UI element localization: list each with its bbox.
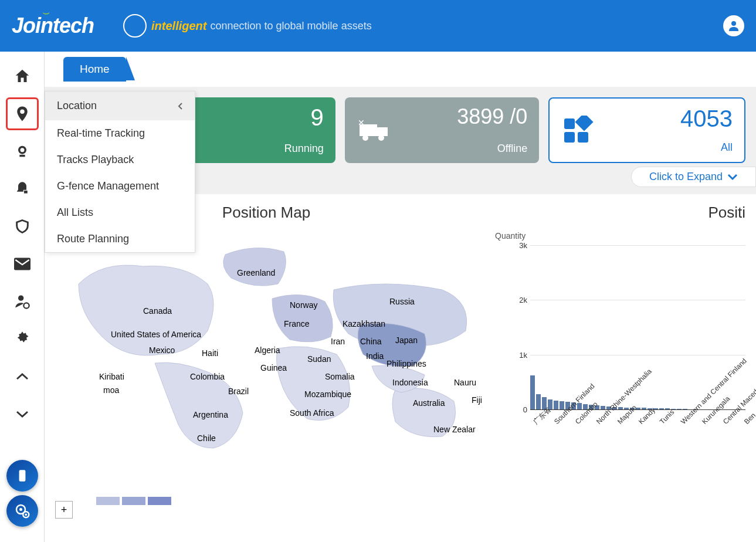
truck-offline-icon: ✕ — [357, 116, 392, 145]
country-label: Japan — [395, 336, 418, 345]
country-label: Australia — [413, 398, 445, 408]
svg-rect-26 — [564, 132, 575, 143]
dropdown-title: Location — [57, 100, 97, 112]
country-label: Argentina — [193, 410, 228, 419]
dropdown-item-2[interactable]: G-fence Management — [45, 173, 195, 199]
svg-point-21 — [362, 135, 368, 141]
all-label: All — [721, 141, 733, 154]
country-label: Haiti — [202, 348, 218, 358]
country-label: Mexico — [149, 345, 175, 355]
logo: Jointech — [12, 13, 94, 38]
country-label: Norway — [290, 300, 317, 310]
country-label: Indonesia — [392, 378, 428, 387]
dropdown-item-4[interactable]: Route Planning — [45, 226, 195, 252]
y-tick: 1k — [495, 350, 527, 359]
running-value: 9 — [310, 104, 323, 131]
sidebar-settings[interactable] — [6, 323, 39, 355]
svg-point-6 — [18, 296, 23, 301]
intelligent-text: intelligent — [151, 19, 206, 33]
legend-swatch-2 — [122, 497, 145, 505]
bar — [642, 408, 646, 409]
svg-rect-3 — [19, 155, 25, 157]
all-value: 4053 — [680, 106, 733, 132]
svg-rect-20 — [377, 127, 388, 136]
svg-point-22 — [378, 135, 384, 141]
sidebar-chevron-down[interactable] — [6, 398, 39, 431]
country-label: Canada — [143, 306, 172, 316]
svg-point-0 — [731, 21, 736, 26]
sidebar-camera[interactable] — [6, 135, 39, 168]
svg-point-2 — [20, 148, 24, 152]
country-label: Sudan — [307, 354, 331, 364]
tab-row: Home — [45, 52, 756, 87]
legend-swatch-1 — [96, 497, 120, 505]
sidebar-alert[interactable] — [6, 172, 39, 205]
bar — [618, 407, 623, 409]
dropdown-item-3[interactable]: All Lists — [45, 199, 195, 226]
sidebar-user-settings[interactable] — [6, 285, 39, 318]
bars — [530, 245, 687, 409]
expand-button[interactable]: Click to Expand — [631, 167, 756, 187]
x-label: Tunis — [658, 408, 676, 426]
user-area[interactable] — [723, 15, 744, 36]
world-map[interactable]: GreenlandCanadaNorwayRussiaUnited States… — [55, 231, 477, 483]
expand-label: Click to Expand — [649, 171, 723, 183]
svg-rect-25 — [575, 116, 594, 131]
svg-rect-4 — [23, 190, 28, 194]
chart-section: Positi Quantity 01k2k3k广东省Southern Finla… — [495, 194, 745, 519]
y-tick: 0 — [495, 405, 527, 414]
bar — [536, 394, 541, 409]
country-label: Somalia — [325, 372, 355, 381]
svg-point-7 — [23, 303, 29, 308]
country-label: moa — [103, 385, 119, 395]
logo-accent: ⌣ — [42, 6, 50, 19]
country-label: New Zealar — [433, 425, 476, 434]
country-label: India — [366, 351, 384, 361]
sidebar — [0, 52, 45, 542]
country-label: France — [284, 319, 310, 328]
dropdown-item-1[interactable]: Tracks Playback — [45, 147, 195, 173]
sidebar-gear-button[interactable] — [6, 495, 38, 527]
country-label: Colombia — [190, 372, 225, 381]
country-label: Guinea — [260, 363, 287, 372]
tagline: connection to global mobile assets — [210, 20, 371, 32]
tab-home[interactable]: Home — [63, 57, 126, 82]
country-label: Nauru — [454, 378, 476, 387]
svg-point-13 — [25, 513, 27, 516]
svg-text:✕: ✕ — [358, 118, 365, 127]
svg-rect-9 — [19, 470, 25, 482]
country-label: China — [360, 337, 382, 346]
legend-swatch-3 — [148, 497, 171, 505]
dropdown-item-0[interactable]: Real-time Tracking — [45, 120, 195, 147]
sidebar-home[interactable] — [6, 60, 39, 93]
grid-icon — [561, 116, 596, 145]
country-label: Mozambique — [304, 389, 351, 399]
zoom-in-button[interactable]: + — [55, 501, 73, 519]
card-all[interactable]: 4053 All — [548, 97, 745, 163]
country-label: South Africa — [290, 408, 334, 418]
country-label: Russia — [389, 297, 415, 306]
bar — [683, 409, 687, 409]
sidebar-chevron-up[interactable] — [6, 360, 39, 393]
offline-value: 3899 /0 — [457, 104, 527, 129]
svg-point-11 — [19, 508, 22, 511]
dropdown-header[interactable]: Location — [45, 92, 195, 120]
y-tick: 3k — [495, 241, 527, 250]
sidebar-mail[interactable] — [6, 248, 39, 280]
bar — [677, 409, 682, 409]
y-tick: 2k — [495, 296, 527, 304]
running-label: Running — [284, 143, 324, 155]
chevron-down-icon — [727, 174, 738, 181]
tagline-wrap: intelligent connection to global mobile … — [123, 14, 372, 38]
country-label: Algeria — [255, 345, 280, 355]
x-label: Ben — [743, 411, 756, 426]
card-offline[interactable]: ✕ 3899 /0 Offline — [345, 97, 540, 163]
bar — [659, 408, 664, 409]
chart-title: Positi — [495, 204, 745, 222]
sidebar-shield[interactable] — [6, 210, 39, 243]
country-label: Chile — [197, 433, 216, 443]
sidebar-location[interactable] — [6, 97, 39, 130]
country-label: Brazil — [228, 387, 249, 396]
bar — [530, 375, 535, 409]
sidebar-device-button[interactable] — [6, 460, 38, 492]
